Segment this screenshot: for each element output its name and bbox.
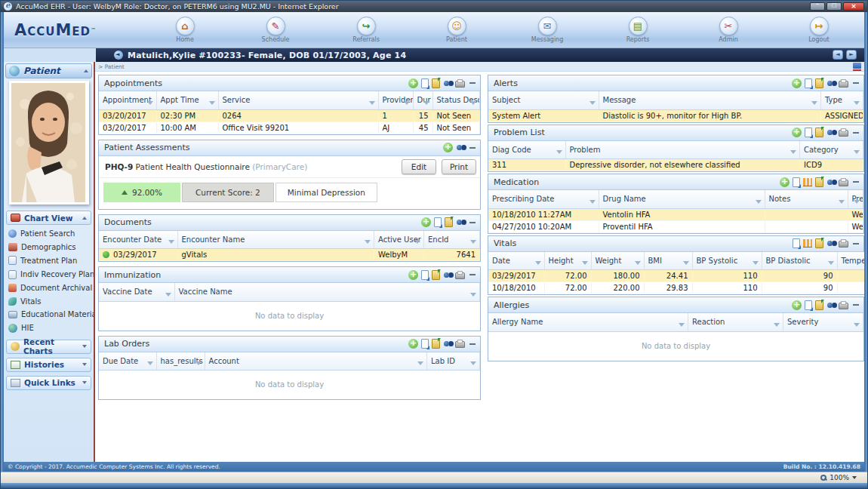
sidebar-section-quick-links[interactable]: Quick Links [6,376,91,390]
filter-icon[interactable] [414,240,420,244]
add-icon[interactable] [443,143,453,152]
collapse-icon[interactable] [853,304,859,306]
filter-icon[interactable] [165,293,171,297]
filter-icon[interactable] [535,261,541,265]
sidebar-item-educational-materials[interactable]: Educational Materials [8,310,92,318]
column-header-status-desc[interactable]: Status Desc [432,91,480,109]
sidebar-item-treatment-plan[interactable]: Treatment Plan [8,256,92,265]
minimize-button[interactable] [810,2,825,11]
binoculars-icon[interactable] [827,81,833,86]
export-excel-icon[interactable] [432,270,440,280]
column-header-appt-time[interactable]: Appt Time [156,91,218,109]
sidebar-item-vitals[interactable]: Vitals [8,297,92,306]
print-icon[interactable] [839,81,848,88]
column-header-category[interactable]: Category [800,141,863,159]
column-header-active-user[interactable]: Active User [374,231,424,249]
column-header-dur[interactable]: Dur [413,91,432,109]
column-header-encounter-name[interactable]: Encounter Name [177,231,374,249]
column-header-drug-name[interactable]: Drug Name [599,190,765,208]
sidebar-item-document-archival[interactable]: Document Archival [8,284,92,292]
export-excel-icon[interactable] [815,300,823,310]
table-row[interactable]: 311Depressive disorder, not elsewhere cl… [488,159,863,171]
zoom-control[interactable]: 100% [820,474,857,481]
table-row[interactable]: 03/29/201772.00180.0024.411109098.607641 [488,270,864,282]
nav-reports[interactable]: Reports [593,12,683,48]
table-row[interactable]: 03/20/201710:00 AMOffice Visit 99201AJ45… [99,121,480,134]
filter-icon[interactable] [839,200,845,204]
add-icon[interactable] [792,78,802,88]
column-header-account[interactable]: Account [205,352,427,371]
filter-icon[interactable] [470,361,476,365]
filter-icon[interactable] [811,101,817,105]
collapse-icon[interactable] [853,82,859,84]
filter-icon[interactable] [417,361,423,365]
column-header-provider[interactable]: Provider [378,91,413,109]
column-header-service[interactable]: Service [218,91,378,109]
new-document-icon[interactable] [421,270,429,280]
sidebar-patient-header[interactable]: Patient [5,63,92,78]
binoculars-icon[interactable] [827,130,833,135]
nav-messaging[interactable]: Messaging [502,12,593,48]
bar-chart-icon[interactable] [803,178,812,186]
collapse-icon[interactable] [853,181,859,183]
column-header-notes[interactable]: Notes [765,190,848,208]
print-icon[interactable] [839,180,848,186]
column-header-date[interactable]: Date [488,252,544,270]
export-excel-icon[interactable] [445,217,453,227]
filter-icon[interactable] [365,240,371,244]
column-header-temperature[interactable]: Temperature [837,252,864,270]
filter-icon[interactable] [404,101,410,105]
collapse-icon[interactable] [469,222,476,223]
back-arrow-icon[interactable] [114,51,123,60]
print-icon[interactable] [455,272,465,279]
filter-icon[interactable] [147,101,153,105]
column-header-subject[interactable]: Subject [488,91,599,109]
filter-icon[interactable] [828,261,834,265]
sidebar-item-patient-search[interactable]: Patient Search [8,229,92,238]
table-row[interactable]: 03/20/201702:30 PM0264115Not Seen [99,109,480,121]
new-document-icon[interactable] [805,78,812,88]
nav-home[interactable]: Home [140,12,230,48]
nav-referrals[interactable]: Referrals [321,12,411,48]
close-button[interactable] [843,2,864,11]
filter-icon[interactable] [470,101,476,105]
save-icon[interactable] [853,63,861,71]
print-icon[interactable] [839,303,848,309]
filter-icon[interactable] [556,150,562,154]
binoculars-icon[interactable] [444,272,449,278]
sidebar-item-demographics[interactable]: Demographics [8,243,92,251]
add-icon[interactable] [792,300,802,310]
binoculars-icon[interactable] [827,303,833,308]
filter-icon[interactable] [790,150,796,154]
column-header-lab-id[interactable]: Lab ID [427,352,480,371]
column-header-weight[interactable]: Weight [591,252,644,270]
column-header-due-date[interactable]: Due Date [99,352,156,371]
table-row[interactable]: System AlertDiastolic is 90+, monitor fo… [488,109,863,121]
column-header-height[interactable]: Height [544,252,591,270]
new-document-icon[interactable] [793,238,800,248]
export-excel-icon[interactable] [815,177,823,187]
sidebar-item-hie[interactable]: HIE [8,324,92,333]
column-header-vaccine-date[interactable]: Vaccine Date [99,283,174,301]
collapse-icon[interactable] [469,343,476,345]
filter-icon[interactable] [582,261,588,265]
filter-icon[interactable] [753,261,759,265]
export-excel-icon[interactable] [815,238,823,248]
sidebar-section-histories[interactable]: Histories [6,358,91,372]
column-header-prescribing-date[interactable]: Prescribing Date [488,190,599,208]
binoculars-icon[interactable] [444,81,449,86]
column-header-diag-code[interactable]: Diag Code [488,141,565,159]
column-header-bmi[interactable]: BMI [644,252,692,270]
binoculars-icon[interactable] [827,241,833,246]
filter-icon[interactable] [679,323,685,327]
column-header-bp-diastolic[interactable]: BP Diastolic [762,252,837,270]
export-excel-icon[interactable] [432,78,440,88]
filter-icon[interactable] [195,361,202,365]
filter-icon[interactable] [423,101,429,105]
add-icon[interactable] [408,78,418,88]
column-header-prescribing-user[interactable]: Prescribing User [848,190,863,208]
new-document-icon[interactable] [421,339,429,349]
column-header-reaction[interactable]: Reaction [688,313,783,331]
print-icon[interactable] [839,241,848,248]
filter-icon[interactable] [209,101,215,105]
